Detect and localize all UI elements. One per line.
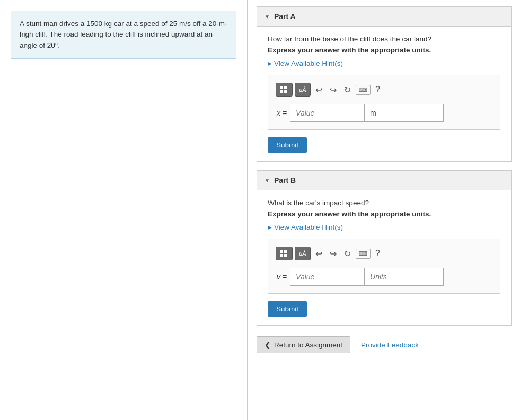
part-a-question: How far from the base of the cliff does …	[268, 35, 500, 43]
svg-rect-0	[280, 86, 283, 89]
bottom-bar: ❮ Return to Assignment Provide Feedback	[257, 336, 512, 353]
return-label: Return to Assignment	[274, 341, 342, 349]
part-a-submit-button[interactable]: Submit	[268, 137, 307, 153]
part-b-toolbar: μÅ ↩ ↪ ↻ ⌨ ?	[272, 244, 496, 262]
part-b-section: ▼ Part B What is the car's impact speed?…	[257, 170, 512, 326]
part-a-section: ▼ Part A How far from the base of the cl…	[257, 6, 512, 162]
part-a-hint-label: View Available Hint(s)	[274, 59, 343, 67]
part-a-units-display: m	[364, 104, 444, 122]
part-b-submit-button[interactable]: Submit	[268, 301, 307, 317]
part-b-hint-label: View Available Hint(s)	[274, 223, 343, 231]
part-b-undo-button[interactable]: ↩	[313, 248, 325, 260]
part-b-reset-button[interactable]: ↻	[341, 248, 354, 260]
part-a-unit-button[interactable]: μÅ	[295, 83, 311, 97]
part-a-hint-triangle-icon: ▶	[268, 60, 272, 66]
part-a-keyboard-button[interactable]: ⌨	[356, 85, 371, 95]
svg-rect-2	[280, 90, 283, 93]
part-a-redo-button[interactable]: ↪	[327, 84, 339, 96]
part-a-title: Part A	[274, 12, 296, 21]
part-a-var-label: x =	[277, 109, 287, 117]
part-a-hint-link[interactable]: ▶ View Available Hint(s)	[268, 59, 500, 67]
part-b-answer-box: μÅ ↩ ↪ ↻ ⌨ ? v =	[268, 239, 500, 294]
right-panel: ▼ Part A How far from the base of the cl…	[248, 0, 520, 420]
part-b-keyboard-button[interactable]: ⌨	[356, 249, 371, 259]
part-b-matrix-button[interactable]	[276, 247, 293, 260]
svg-rect-5	[284, 250, 287, 253]
part-a-toolbar: μÅ ↩ ↪ ↻ ⌨ ?	[272, 81, 496, 99]
part-b-hint-link[interactable]: ▶ View Available Hint(s)	[268, 223, 500, 231]
problem-m: m	[219, 20, 225, 28]
part-a-collapse-icon: ▼	[265, 14, 270, 20]
return-to-assignment-button[interactable]: ❮ Return to Assignment	[257, 336, 350, 353]
problem-kg: kg	[104, 20, 112, 28]
svg-rect-3	[284, 90, 287, 93]
provide-feedback-button[interactable]: Provide Feedback	[361, 341, 419, 349]
part-b-header[interactable]: ▼ Part B	[257, 171, 511, 190]
part-b-instruction: Express your answer with the appropriate…	[268, 210, 500, 218]
svg-rect-1	[284, 86, 287, 89]
part-b-var-label: v =	[277, 273, 287, 281]
part-b-units-input[interactable]	[364, 268, 444, 286]
part-a-value-input[interactable]	[290, 104, 364, 122]
problem-statement: A stunt man drives a 1500 kg car at a sp…	[11, 11, 236, 59]
part-b-body: What is the car's impact speed? Express …	[257, 190, 511, 325]
part-b-unit-button[interactable]: μÅ	[295, 247, 311, 260]
part-a-instruction: Express your answer with the appropriate…	[268, 46, 500, 54]
part-b-help-button[interactable]: ?	[373, 248, 383, 259]
part-a-matrix-button[interactable]	[276, 83, 293, 97]
svg-rect-6	[280, 254, 283, 257]
part-a-undo-button[interactable]: ↩	[313, 84, 325, 96]
part-b-input-row: v =	[272, 268, 496, 286]
problem-ms: m/s	[179, 20, 191, 28]
part-a-input-row: x = m	[272, 104, 496, 122]
svg-rect-4	[280, 250, 283, 253]
part-b-hint-triangle-icon: ▶	[268, 224, 272, 230]
svg-rect-7	[284, 254, 287, 257]
part-a-header[interactable]: ▼ Part A	[257, 7, 511, 27]
return-arrow-icon: ❮	[265, 340, 271, 349]
part-b-collapse-icon: ▼	[265, 178, 270, 183]
part-a-body: How far from the base of the cliff does …	[257, 27, 511, 161]
part-b-title: Part B	[274, 176, 296, 185]
part-a-reset-button[interactable]: ↻	[341, 84, 354, 96]
part-a-help-button[interactable]: ?	[373, 84, 383, 95]
part-b-redo-button[interactable]: ↪	[327, 248, 339, 260]
part-b-value-input[interactable]	[290, 268, 364, 286]
left-panel: A stunt man drives a 1500 kg car at a sp…	[0, 0, 248, 420]
part-a-answer-box: μÅ ↩ ↪ ↻ ⌨ ? x = m	[268, 75, 500, 130]
part-b-question: What is the car's impact speed?	[268, 199, 500, 207]
